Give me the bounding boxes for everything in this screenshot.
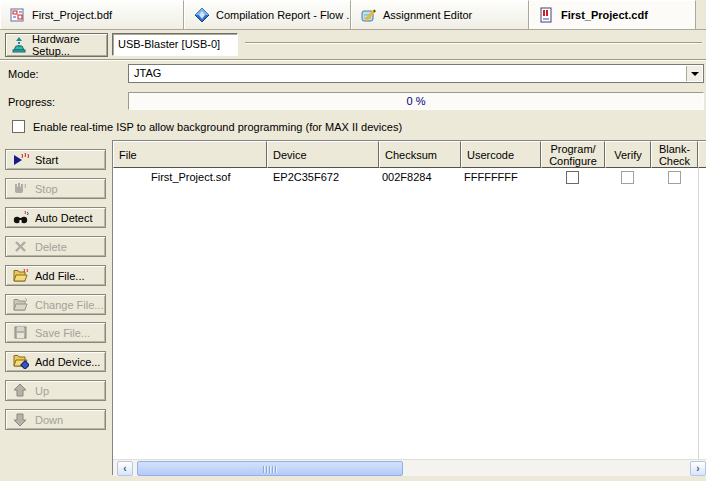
chevron-right-icon: › (696, 463, 699, 474)
button-label: Delete (35, 241, 67, 253)
button-label: Add Device... (35, 356, 100, 368)
column-header-file: File (113, 141, 267, 168)
button-label: Save File... (35, 327, 90, 339)
separator (0, 59, 706, 61)
up-arrow-icon (13, 383, 29, 398)
hardware-setup-icon (12, 37, 27, 53)
column-header-device: Device (267, 141, 379, 168)
tab-label: Assignment Editor (383, 9, 472, 21)
verify-checkbox (621, 171, 634, 184)
start-button[interactable]: Start (5, 149, 106, 170)
scrollbar-thumb[interactable] (137, 461, 403, 476)
progress-bar: 0 % (128, 92, 704, 110)
hardware-setup-button[interactable]: Hardware Setup... (5, 33, 108, 57)
chevron-left-icon: ‹ (123, 463, 126, 474)
blank-check-checkbox (668, 171, 681, 184)
start-icon (13, 152, 29, 167)
button-label: Add File... (35, 270, 85, 282)
chevron-down-icon (691, 72, 699, 76)
column-header-blank-check: Blank-Check (651, 141, 698, 168)
column-header-partial (698, 141, 706, 168)
button-label: Change File... (35, 299, 103, 311)
scrollbar-grip-icon (263, 466, 277, 473)
cdf-file-icon (539, 7, 555, 23)
assignment-editor-icon (361, 7, 377, 23)
progress-value: 0 % (407, 95, 426, 107)
compilation-report-icon (194, 7, 210, 23)
tab-first-project-bdf[interactable]: First_Project.bdf (0, 0, 184, 29)
delete-button: Delete (5, 236, 106, 257)
add-file-button[interactable]: Add File... (5, 265, 106, 286)
realtime-isp-checkbox[interactable] (12, 120, 25, 133)
column-header-verify: Verify (605, 141, 651, 168)
auto-detect-icon (13, 210, 29, 225)
tab-label: Compilation Report - Flow ... (216, 9, 351, 21)
cell-checksum: 002F8284 (382, 171, 432, 183)
down-arrow-icon (13, 412, 29, 427)
progress-label: Progress: (8, 96, 55, 108)
cell-file: First_Project.sof (151, 171, 230, 183)
column-header-checksum: Checksum (379, 141, 461, 168)
realtime-isp-label: Enable real-time ISP to allow background… (33, 121, 402, 133)
button-label: Start (35, 154, 58, 166)
column-header-usercode: Usercode (461, 141, 541, 168)
stop-button: Stop (5, 178, 106, 199)
add-device-button[interactable]: Add Device... (5, 351, 106, 372)
button-label: Stop (35, 183, 58, 195)
save-file-button: Save File... (5, 322, 106, 343)
hardware-name-field: USB-Blaster [USB-0] (112, 33, 238, 56)
delete-icon (13, 239, 29, 254)
horizontal-scrollbar[interactable]: ‹ › (113, 459, 706, 476)
add-file-icon (13, 268, 29, 283)
button-label: Up (35, 385, 49, 397)
tab-compilation-report[interactable]: Compilation Report - Flow ... (184, 0, 351, 29)
combo-dropdown-zone[interactable] (686, 66, 702, 81)
button-label: Down (35, 414, 63, 426)
separator (245, 42, 702, 44)
change-file-button: Change File... (5, 294, 106, 315)
mode-combobox[interactable]: JTAG (128, 64, 704, 83)
column-gridline (698, 168, 699, 459)
save-file-icon (13, 325, 29, 340)
hardware-setup-label: Hardware Setup... (32, 33, 107, 57)
down-button: Down (5, 409, 106, 430)
cell-usercode: FFFFFFFF (464, 171, 518, 183)
change-file-icon (13, 297, 29, 312)
column-header-program-configure: Program/Configure (541, 141, 605, 168)
cell-device: EP2C35F672 (273, 171, 339, 183)
programming-files-table: File Device Checksum Usercode Program/Co… (112, 140, 706, 475)
tab-first-project-cdf[interactable]: First_Project.cdf (529, 0, 696, 29)
tab-label: First_Project.bdf (32, 9, 112, 21)
scroll-right-button[interactable]: › (690, 461, 706, 476)
add-device-icon (13, 354, 29, 369)
tab-label: First_Project.cdf (561, 9, 648, 21)
stop-icon (13, 181, 29, 196)
document-tabbar: First_Project.bdf Compilation Report - F… (0, 0, 706, 30)
auto-detect-button[interactable]: Auto Detect (5, 207, 106, 228)
programmer-window: First_Project.bdf Compilation Report - F… (0, 0, 706, 481)
program-configure-checkbox[interactable] (566, 171, 579, 184)
mode-value: JTAG (134, 67, 161, 79)
mode-label: Mode: (8, 68, 39, 80)
button-label: Auto Detect (35, 212, 92, 224)
up-button: Up (5, 380, 106, 401)
bdf-file-icon (10, 7, 26, 23)
tab-assignment-editor[interactable]: Assignment Editor (351, 0, 529, 29)
scroll-left-button[interactable]: ‹ (117, 461, 133, 476)
